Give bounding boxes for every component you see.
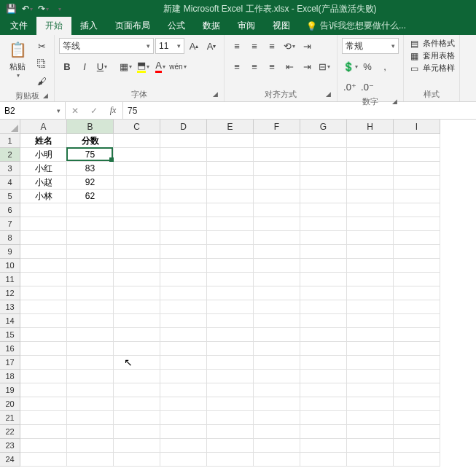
cell[interactable]	[114, 286, 160, 300]
align-middle-button[interactable]: ≡	[246, 38, 262, 54]
cell[interactable]	[20, 397, 67, 411]
cell[interactable]: 75	[67, 148, 114, 162]
cell[interactable]	[207, 328, 254, 342]
cell[interactable]	[394, 217, 440, 231]
cell[interactable]	[160, 286, 207, 300]
cell[interactable]: 小红	[20, 162, 67, 176]
cell[interactable]	[20, 342, 67, 356]
row-header[interactable]: 24	[0, 453, 20, 467]
col-header-E[interactable]: E	[207, 120, 254, 134]
cell[interactable]	[67, 231, 114, 245]
cell[interactable]	[114, 203, 160, 217]
cell[interactable]	[207, 425, 254, 439]
cell[interactable]	[67, 342, 114, 356]
cell[interactable]	[114, 342, 160, 356]
font-color-button[interactable]: A▾	[152, 58, 168, 74]
cell[interactable]	[67, 370, 114, 383]
insert-function-button[interactable]: fx	[104, 105, 122, 116]
cell[interactable]	[300, 453, 347, 467]
cell[interactable]	[160, 231, 207, 245]
row-header[interactable]: 22	[0, 425, 20, 439]
cell[interactable]	[20, 383, 67, 397]
tab-formula[interactable]: 公式	[159, 17, 194, 35]
col-header-A[interactable]: A	[20, 120, 67, 134]
cell[interactable]	[300, 203, 347, 217]
cell[interactable]	[300, 383, 347, 397]
tab-view[interactable]: 视图	[264, 17, 299, 35]
cell[interactable]	[114, 314, 160, 328]
cell[interactable]	[394, 231, 440, 245]
col-header-D[interactable]: D	[160, 120, 207, 134]
cell[interactable]	[347, 370, 394, 383]
cell[interactable]	[300, 259, 347, 273]
cell[interactable]	[160, 176, 207, 190]
cell[interactable]	[160, 439, 207, 453]
cell[interactable]: 小明	[20, 148, 67, 162]
cell[interactable]	[160, 300, 207, 314]
row-header[interactable]: 11	[0, 273, 20, 286]
cell-styles-button[interactable]: ▭单元格样	[408, 63, 455, 74]
cell[interactable]: 姓名	[20, 134, 67, 148]
cell[interactable]	[254, 370, 300, 383]
cell[interactable]	[67, 286, 114, 300]
cell[interactable]	[394, 328, 440, 342]
row-header[interactable]: 2	[0, 148, 20, 162]
percent-button[interactable]: %	[359, 58, 375, 74]
cell[interactable]	[207, 217, 254, 231]
cell[interactable]	[207, 273, 254, 286]
cell[interactable]	[20, 259, 67, 273]
row-headers[interactable]: 123456789101112131415161718192021222324	[0, 134, 20, 467]
cell[interactable]	[114, 190, 160, 203]
cell[interactable]	[347, 148, 394, 162]
tab-file[interactable]: 文件	[1, 17, 36, 35]
cell[interactable]	[347, 314, 394, 328]
cell[interactable]	[207, 231, 254, 245]
cell[interactable]	[160, 134, 207, 148]
row-header[interactable]: 10	[0, 259, 20, 273]
cell[interactable]	[347, 383, 394, 397]
cell[interactable]	[300, 148, 347, 162]
cell[interactable]	[300, 176, 347, 190]
formula-input[interactable]: 75	[123, 102, 476, 119]
font-size-select[interactable]: 11▾	[155, 38, 184, 54]
cell[interactable]	[207, 300, 254, 314]
cell[interactable]	[207, 342, 254, 356]
align-center-button[interactable]: ≡	[246, 58, 262, 74]
cell[interactable]	[67, 397, 114, 411]
cell[interactable]	[67, 203, 114, 217]
cell[interactable]	[160, 190, 207, 203]
row-header[interactable]: 17	[0, 356, 20, 370]
cell[interactable]	[114, 217, 160, 231]
cell[interactable]	[160, 162, 207, 176]
cell[interactable]	[394, 439, 440, 453]
cell[interactable]	[20, 411, 67, 425]
cell[interactable]: 小林	[20, 190, 67, 203]
row-header[interactable]: 20	[0, 397, 20, 411]
cell[interactable]	[347, 134, 394, 148]
cancel-formula-button[interactable]: ✕	[66, 106, 85, 116]
cell[interactable]	[114, 370, 160, 383]
font-name-select[interactable]: 等线▾	[59, 38, 154, 54]
cell[interactable]	[300, 245, 347, 259]
cell[interactable]	[20, 300, 67, 314]
cell[interactable]	[254, 148, 300, 162]
indent-dec-button[interactable]: ⇤	[281, 58, 297, 74]
cell[interactable]	[160, 314, 207, 328]
cell[interactable]	[207, 162, 254, 176]
undo-button[interactable]: ↶▾	[19, 1, 35, 17]
cell[interactable]	[160, 356, 207, 370]
cell[interactable]	[394, 176, 440, 190]
row-header[interactable]: 23	[0, 439, 20, 453]
cell[interactable]	[394, 134, 440, 148]
cell[interactable]	[254, 231, 300, 245]
row-header[interactable]: 6	[0, 203, 20, 217]
cell[interactable]	[347, 231, 394, 245]
row-header[interactable]: 9	[0, 245, 20, 259]
cell[interactable]	[347, 286, 394, 300]
cell[interactable]	[114, 176, 160, 190]
cell[interactable]	[114, 439, 160, 453]
cell[interactable]	[207, 176, 254, 190]
cell[interactable]	[394, 453, 440, 467]
row-header[interactable]: 7	[0, 217, 20, 231]
paste-button[interactable]: 📋 粘贴 ▾	[4, 38, 31, 80]
